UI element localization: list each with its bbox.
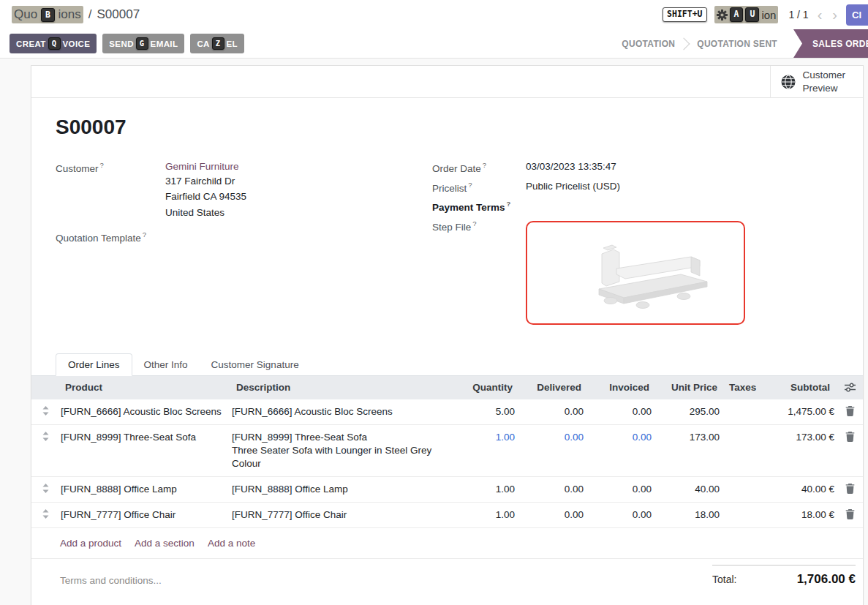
product-cell[interactable]: [FURN_7777] Office Chair: [59, 503, 230, 527]
step-file-help-icon[interactable]: ?: [472, 219, 476, 228]
delete-row-button[interactable]: [836, 503, 864, 526]
breadcrumb: Quo B ions / S00007: [12, 6, 140, 23]
description-cell[interactable]: [FURN_6666] Acoustic Bloc Screens: [230, 399, 456, 424]
pager-next-button[interactable]: ›: [831, 7, 839, 22]
step-file-image[interactable]: [526, 221, 745, 325]
customer-preview-line2: Preview: [802, 82, 845, 95]
record-title: S00007: [56, 116, 834, 139]
invoiced-cell[interactable]: 0.00: [587, 503, 655, 527]
tab-order-lines[interactable]: Order Lines: [56, 353, 132, 376]
pricelist-value[interactable]: Public Pricelist (USD): [526, 181, 834, 194]
taxes-cell[interactable]: [723, 399, 757, 411]
order-date-label: Order Date?: [432, 161, 526, 174]
order-line-row[interactable]: [FURN_8888] Office Lamp [FURN_8888] Offi…: [31, 477, 863, 503]
cancel-label-pre: CA: [197, 40, 209, 48]
order-line-row[interactable]: [FURN_8999] Three-Seat Sofa [FURN_8999] …: [31, 425, 863, 477]
quantity-cell[interactable]: 1.00: [456, 503, 518, 527]
unit-price-cell[interactable]: 18.00: [655, 503, 723, 527]
cancel-button[interactable]: CA Z EL: [190, 34, 244, 53]
delete-row-button[interactable]: [836, 477, 864, 500]
pricelist-help-icon[interactable]: ?: [468, 181, 472, 189]
unit-price-cell[interactable]: 40.00: [655, 477, 723, 502]
sale-order-form-sheet: Customer Preview S00007 Customer?: [31, 65, 864, 605]
invoiced-cell[interactable]: 0.00: [587, 425, 655, 450]
hint-badge-q: Q: [48, 37, 61, 50]
customer-address: 317 Fairchild Dr Fairfield CA 94535 Unit…: [165, 173, 432, 220]
description-cell[interactable]: [FURN_7777] Office Chair: [230, 503, 456, 527]
create-invoice-button[interactable]: CREAT Q VOICE: [10, 34, 97, 53]
customer-link[interactable]: Gemini Furniture: [165, 161, 239, 172]
field-pricelist: Pricelist? Public Pricelist (USD): [432, 181, 834, 194]
delivered-cell[interactable]: 0.00: [518, 503, 587, 527]
order-date-value[interactable]: 03/03/2023 13:35:47: [526, 161, 834, 174]
quantity-cell[interactable]: 1.00: [456, 425, 518, 450]
pager-previous-button[interactable]: ‹: [816, 7, 824, 22]
header-taxes[interactable]: Taxes: [723, 376, 757, 399]
send-email-button[interactable]: SEND G EMAIL: [102, 34, 184, 53]
taxes-cell[interactable]: [723, 425, 757, 437]
statusbar-step-quotation[interactable]: QUOTATION: [610, 29, 687, 58]
header-description[interactable]: Description: [230, 376, 456, 399]
delivered-cell[interactable]: 0.00: [518, 425, 587, 450]
truncated-edge-button[interactable]: Cl: [846, 4, 868, 26]
drag-handle[interactable]: [31, 503, 59, 525]
drag-handle[interactable]: [31, 477, 59, 500]
unit-price-cell[interactable]: 295.00: [655, 399, 723, 424]
delete-row-button[interactable]: [836, 399, 864, 423]
description-cell[interactable]: [FURN_8888] Office Lamp: [230, 477, 456, 502]
product-cell[interactable]: [FURN_8888] Office Lamp: [59, 477, 230, 502]
unit-price-cell[interactable]: 173.00: [655, 425, 723, 450]
product-cell[interactable]: [FURN_8999] Three-Seat Sofa: [59, 425, 230, 450]
total-row: Total: 1,706.00 €: [712, 565, 856, 587]
add-a-product-link[interactable]: Add a product: [60, 538, 121, 549]
tab-customer-signature[interactable]: Customer Signature: [200, 354, 311, 375]
add-a-section-link[interactable]: Add a section: [135, 538, 195, 549]
customer-help-icon[interactable]: ?: [100, 161, 104, 169]
invoiced-cell[interactable]: 0.00: [587, 399, 655, 424]
header-handle-spacer: [31, 383, 59, 393]
payment-terms-help-icon[interactable]: ?: [507, 200, 511, 208]
quantity-cell[interactable]: 1.00: [456, 477, 518, 502]
statusbar-step-quotation-sent[interactable]: QUOTATION SENT: [685, 29, 789, 58]
header-unit-price[interactable]: Unit Price: [655, 376, 723, 399]
description-cell[interactable]: [FURN_8999] Three-Seat Sofa Three Seater…: [230, 425, 456, 476]
drag-handle[interactable]: [31, 425, 59, 448]
optional-columns-button[interactable]: [836, 377, 864, 397]
action-menu-button[interactable]: A U ion: [714, 6, 779, 23]
delete-row-button[interactable]: [836, 425, 864, 448]
delivered-cell[interactable]: 0.00: [518, 399, 587, 424]
subtotal-cell: 1,475.00 €: [757, 399, 836, 424]
header-quantity[interactable]: Quantity: [456, 376, 518, 399]
order-line-row[interactable]: [FURN_6666] Acoustic Bloc Screens [FURN_…: [31, 399, 863, 425]
totals-block: Total: 1,706.00 €: [712, 565, 856, 587]
quotation-template-help-icon[interactable]: ?: [143, 230, 146, 238]
header-invoiced[interactable]: Invoiced: [587, 376, 655, 399]
taxes-cell[interactable]: [723, 503, 757, 514]
header-product[interactable]: Product: [59, 376, 230, 399]
quantity-cell[interactable]: 5.00: [456, 399, 518, 424]
hint-badge-g: G: [136, 37, 148, 50]
step-file-label-text: Step File: [432, 221, 471, 232]
field-grid: Customer? Gemini Furniture 317 Fairchild…: [56, 161, 834, 331]
taxes-cell[interactable]: [723, 477, 757, 489]
create-invoice-label-pre: CREAT: [16, 40, 46, 48]
product-cell[interactable]: [FURN_6666] Acoustic Bloc Screens: [59, 399, 230, 424]
terms-and-conditions-input[interactable]: Terms and conditions...: [60, 575, 162, 587]
invoiced-cell[interactable]: 0.00: [587, 477, 655, 502]
customer-preview-label: Customer Preview: [802, 69, 845, 94]
add-a-note-link[interactable]: Add a note: [208, 538, 255, 549]
customer-preview-button[interactable]: Customer Preview: [770, 66, 863, 97]
quotation-template-input[interactable]: [165, 230, 432, 244]
drag-handle[interactable]: [31, 399, 59, 422]
order-date-help-icon[interactable]: ?: [483, 161, 486, 169]
payment-terms-input[interactable]: [526, 200, 834, 213]
delivered-cell[interactable]: 0.00: [518, 477, 587, 502]
header-subtotal[interactable]: Subtotal: [757, 376, 836, 399]
header-delivered[interactable]: Delivered: [518, 376, 587, 399]
total-label: Total:: [712, 574, 736, 585]
breadcrumb-quotations-link[interactable]: Quo B ions: [12, 6, 83, 23]
tab-other-info[interactable]: Other Info: [132, 354, 200, 375]
action-menu-label-rest: ion: [761, 9, 776, 21]
statusbar-step-sales-order[interactable]: SALES ORDER: [793, 29, 868, 58]
order-line-row[interactable]: [FURN_7777] Office Chair [FURN_7777] Off…: [31, 503, 863, 528]
